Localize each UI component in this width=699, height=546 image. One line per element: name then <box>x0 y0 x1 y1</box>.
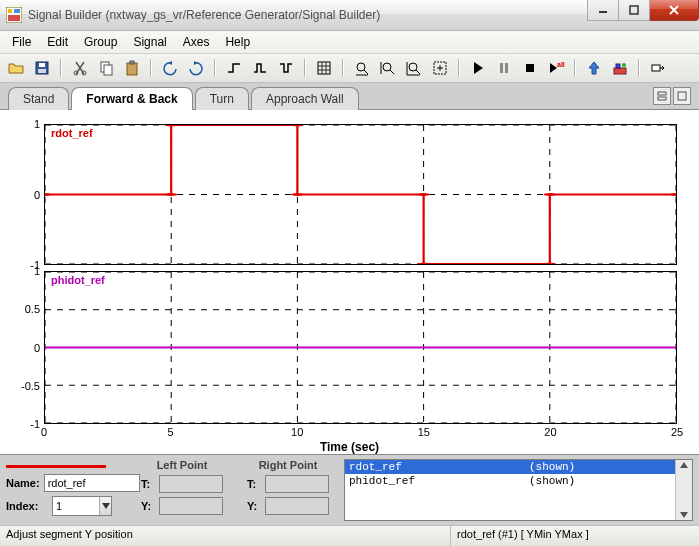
undo-icon[interactable] <box>158 56 182 80</box>
toolbar: all <box>0 54 699 83</box>
toolbar-separator <box>300 57 310 79</box>
index-combo[interactable] <box>52 496 112 516</box>
scroll-up-icon[interactable] <box>680 462 688 468</box>
svg-rect-20 <box>500 63 503 73</box>
signal-list-name: phidot_ref <box>349 475 529 487</box>
svg-rect-7 <box>39 63 45 67</box>
copy-icon[interactable] <box>94 56 118 80</box>
cut-icon[interactable] <box>68 56 92 80</box>
svg-rect-27 <box>652 65 660 71</box>
svg-rect-14 <box>130 61 134 64</box>
name-input[interactable] <box>44 474 140 492</box>
tab-turn[interactable]: Turn <box>195 87 249 110</box>
svg-rect-12 <box>104 65 112 75</box>
svg-rect-21 <box>505 63 508 73</box>
svg-point-41 <box>165 193 178 196</box>
menu-help[interactable]: Help <box>217 33 258 51</box>
tile-single-icon[interactable] <box>673 87 691 105</box>
signal-list-row[interactable]: rdot_ref (shown) <box>345 460 692 474</box>
stop-icon[interactable] <box>518 56 542 80</box>
left-y-input[interactable] <box>159 497 223 515</box>
svg-point-46 <box>417 263 430 264</box>
right-y-label: Y: <box>247 500 261 512</box>
constant-signal-icon[interactable] <box>274 56 298 80</box>
svg-rect-28 <box>658 92 666 95</box>
open-icon[interactable] <box>4 56 28 80</box>
right-t-label: T: <box>247 478 261 490</box>
chevron-down-icon[interactable] <box>99 497 111 515</box>
status-right: rdot_ref (#1) [ YMin YMax ] <box>451 526 699 546</box>
tab-stand[interactable]: Stand <box>8 87 69 110</box>
list-scrollbar[interactable] <box>675 460 692 520</box>
menu-signal[interactable]: Signal <box>125 33 174 51</box>
tile-horizontal-icon[interactable] <box>653 87 671 105</box>
signal-label-rdot: rdot_ref <box>51 127 93 139</box>
zoom-y-icon[interactable] <box>376 56 400 80</box>
output-icon[interactable] <box>646 56 670 80</box>
menu-group[interactable]: Group <box>76 33 125 51</box>
group-tabs: Stand Forward & Back Turn Approach Wall <box>0 83 699 110</box>
step-signal-icon[interactable] <box>222 56 246 80</box>
signal-list[interactable]: rdot_ref (shown) phidot_ref (shown) <box>344 459 693 521</box>
export-icon[interactable] <box>608 56 632 80</box>
svg-rect-3 <box>8 15 20 21</box>
zoom-fit-icon[interactable] <box>428 56 452 80</box>
svg-rect-5 <box>630 6 638 14</box>
pulse-signal-icon[interactable] <box>248 56 272 80</box>
svg-rect-22 <box>526 64 534 72</box>
pause-icon[interactable] <box>492 56 516 80</box>
left-t-input[interactable] <box>159 475 223 493</box>
toolbar-separator <box>146 57 156 79</box>
signal-list-vis: (shown) <box>529 475 575 487</box>
window-title: Signal Builder (nxtway_gs_vr/Reference G… <box>28 8 587 22</box>
zoom-x-icon[interactable] <box>350 56 374 80</box>
x-tick-label: 5 <box>168 426 174 438</box>
svg-point-44 <box>291 193 304 196</box>
grid-icon[interactable] <box>312 56 336 80</box>
maximize-button[interactable] <box>619 0 650 21</box>
svg-rect-8 <box>38 69 46 73</box>
svg-point-26 <box>622 63 626 67</box>
menu-file[interactable]: File <box>4 33 39 51</box>
go-up-icon[interactable] <box>582 56 606 80</box>
axes-phidot-ref[interactable]: -1-0.500.51 phidot_ref <box>44 271 677 424</box>
signal-builder-window: Signal Builder (nxtway_gs_vr/Reference G… <box>0 0 699 546</box>
svg-rect-2 <box>14 9 20 13</box>
tab-approach-wall[interactable]: Approach Wall <box>251 87 359 110</box>
status-bar: Adjust segment Y position rdot_ref (#1) … <box>0 525 699 546</box>
right-point-label: Right Point <box>259 459 318 471</box>
menu-edit[interactable]: Edit <box>39 33 76 51</box>
y-tick-label: 1 <box>10 265 40 277</box>
left-point-label: Left Point <box>157 459 208 471</box>
zoom-xy-icon[interactable] <box>402 56 426 80</box>
svg-point-43 <box>291 125 304 126</box>
scroll-down-icon[interactable] <box>680 512 688 518</box>
toolbar-separator <box>210 57 220 79</box>
axes-rdot-ref[interactable]: -101 rdot_ref <box>44 124 677 265</box>
close-button[interactable] <box>650 0 699 21</box>
right-y-input[interactable] <box>265 497 329 515</box>
y-tick-label: -0.5 <box>10 380 40 392</box>
signal-label-phidot: phidot_ref <box>51 274 105 286</box>
save-icon[interactable] <box>30 56 54 80</box>
run-all-icon[interactable]: all <box>544 56 568 80</box>
index-input[interactable] <box>53 500 99 512</box>
tab-forward-back[interactable]: Forward & Back <box>71 87 192 110</box>
redo-icon[interactable] <box>184 56 208 80</box>
right-t-input[interactable] <box>265 475 329 493</box>
name-label: Name: <box>6 477 40 489</box>
svg-rect-24 <box>614 68 626 74</box>
signal-list-name: rdot_ref <box>349 461 529 473</box>
svg-rect-1 <box>8 9 12 13</box>
menu-axes[interactable]: Axes <box>175 33 218 51</box>
paste-icon[interactable] <box>120 56 144 80</box>
svg-point-17 <box>383 63 391 71</box>
svg-rect-29 <box>658 97 666 100</box>
play-icon[interactable] <box>466 56 490 80</box>
signal-list-row[interactable]: phidot_ref (shown) <box>345 474 692 488</box>
svg-rect-4 <box>599 11 607 13</box>
minimize-button[interactable] <box>587 0 619 21</box>
y-tick-label: -1 <box>10 418 40 430</box>
x-tick-label: 0 <box>41 426 47 438</box>
bottom-panel: Name: Index: Left Point T: Y: Right Poin… <box>0 454 699 525</box>
